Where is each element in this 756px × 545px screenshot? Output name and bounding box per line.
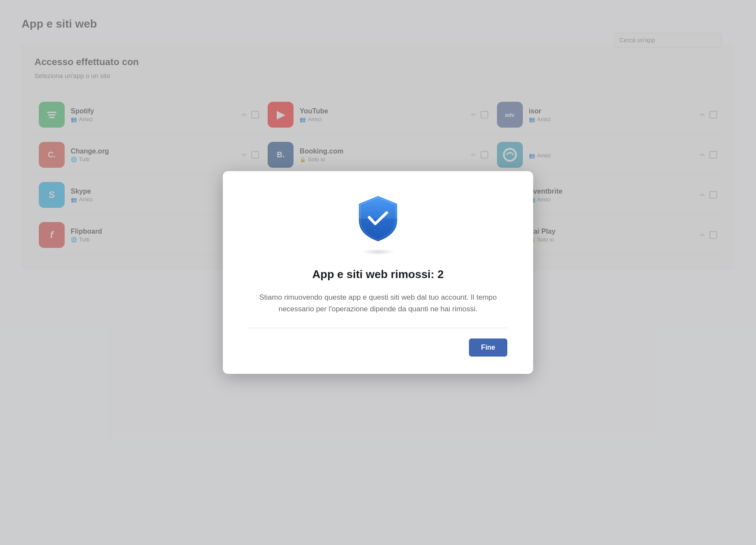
shield-container	[352, 193, 404, 255]
modal-body: Stiamo rimuovendo queste app e questi si…	[253, 291, 503, 315]
modal-overlay: App e siti web rimossi: 2 Stiamo rimuove…	[0, 0, 756, 545]
shield-shadow	[361, 249, 395, 255]
shield-icon	[352, 193, 404, 244]
confirmation-modal: App e siti web rimossi: 2 Stiamo rimuove…	[223, 171, 533, 374]
modal-footer: Fine	[249, 338, 507, 357]
fine-button[interactable]: Fine	[469, 338, 507, 357]
modal-title: App e siti web rimossi: 2	[312, 268, 444, 281]
modal-divider	[249, 328, 507, 328]
